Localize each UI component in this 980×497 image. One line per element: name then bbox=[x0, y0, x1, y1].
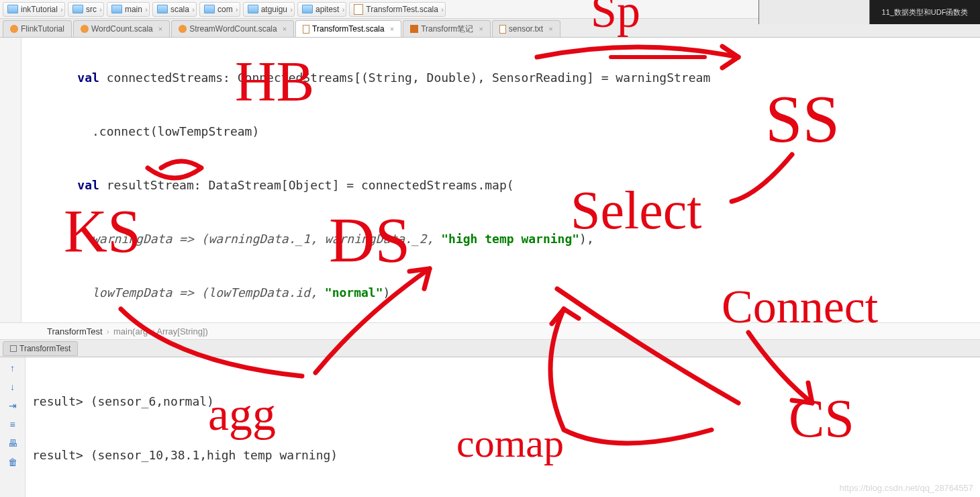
console-line: result> (sensor_6,normal) bbox=[32, 388, 973, 415]
scala-icon bbox=[10, 25, 18, 33]
console-panel: ↑ ↓ ⇥ ≡ 🖶 🗑 result> (sensor_6,normal) re… bbox=[0, 357, 980, 497]
note-icon bbox=[410, 25, 418, 33]
tab-transform-notes[interactable]: Transform笔记× bbox=[403, 20, 491, 37]
run-config-icon bbox=[10, 345, 17, 352]
tab-wordcount[interactable]: WordCount.scala× bbox=[73, 20, 170, 37]
file-icon bbox=[303, 25, 309, 34]
bc-atguigu[interactable]: atguigu bbox=[243, 2, 295, 17]
soft-wrap-icon[interactable]: ≡ bbox=[6, 418, 19, 431]
bc-src[interactable]: src bbox=[68, 2, 104, 17]
console-toolbar: ↑ ↓ ⇥ ≡ 🖶 🗑 bbox=[0, 357, 26, 497]
bc-main[interactable]: main bbox=[107, 2, 150, 17]
thumb-next[interactable]: 11_数据类型和UDF函数类 bbox=[869, 0, 980, 24]
console-line: result> (sensor_10,38.1,high temp warnin… bbox=[32, 442, 973, 469]
wrap-icon[interactable]: ⇥ bbox=[6, 399, 19, 412]
struct-class: TransformTest bbox=[47, 326, 103, 336]
structure-breadcrumb[interactable]: TransformTest › main(args: Array[String]… bbox=[0, 322, 980, 340]
bc-current-file[interactable]: TransformTest.scala bbox=[349, 2, 446, 17]
scala-icon bbox=[81, 25, 89, 33]
close-icon[interactable]: × bbox=[479, 25, 483, 33]
close-icon[interactable]: × bbox=[283, 25, 287, 33]
watermark: https://blog.csdn.net/qq_28764557 bbox=[840, 483, 974, 493]
bc-scala[interactable]: scala bbox=[152, 2, 197, 17]
close-icon[interactable]: × bbox=[390, 25, 394, 33]
code-editor[interactable]: val connectedStreams: ConnectedStreams[(… bbox=[21, 38, 980, 322]
file-icon bbox=[499, 25, 506, 34]
run-tab-transformtest[interactable]: TransformTest bbox=[3, 341, 78, 356]
gutter bbox=[0, 38, 21, 322]
bc-apitest[interactable]: apitest bbox=[297, 2, 346, 17]
close-icon[interactable]: × bbox=[158, 25, 162, 33]
close-icon[interactable]: × bbox=[548, 25, 552, 33]
scala-icon bbox=[179, 25, 187, 33]
tab-sensor[interactable]: sensor.txt× bbox=[492, 20, 560, 37]
bc-com[interactable]: com bbox=[199, 2, 240, 17]
scroll-up-icon[interactable]: ↑ bbox=[6, 361, 19, 375]
clear-icon[interactable]: 🗑 bbox=[6, 455, 19, 469]
print-icon[interactable]: 🖶 bbox=[6, 437, 19, 450]
thumb-preview[interactable] bbox=[758, 0, 869, 24]
tab-streamwordcount[interactable]: StreamWordCount.scala× bbox=[171, 20, 294, 37]
tab-transformtest[interactable]: TransformTest.scala× bbox=[295, 20, 401, 37]
console-output[interactable]: result> (sensor_6,normal) result> (senso… bbox=[26, 357, 980, 497]
bc-project[interactable]: inkTutorial bbox=[3, 2, 65, 17]
scroll-down-icon[interactable]: ↓ bbox=[6, 380, 19, 394]
struct-method: main(args: Array[String]) bbox=[113, 326, 208, 336]
video-thumbnails: 11_数据类型和UDF函数类 bbox=[758, 0, 980, 24]
run-panel-tabs: TransformTest bbox=[0, 340, 980, 357]
tab-flinktutorial[interactable]: FlinkTutorial bbox=[3, 20, 72, 37]
